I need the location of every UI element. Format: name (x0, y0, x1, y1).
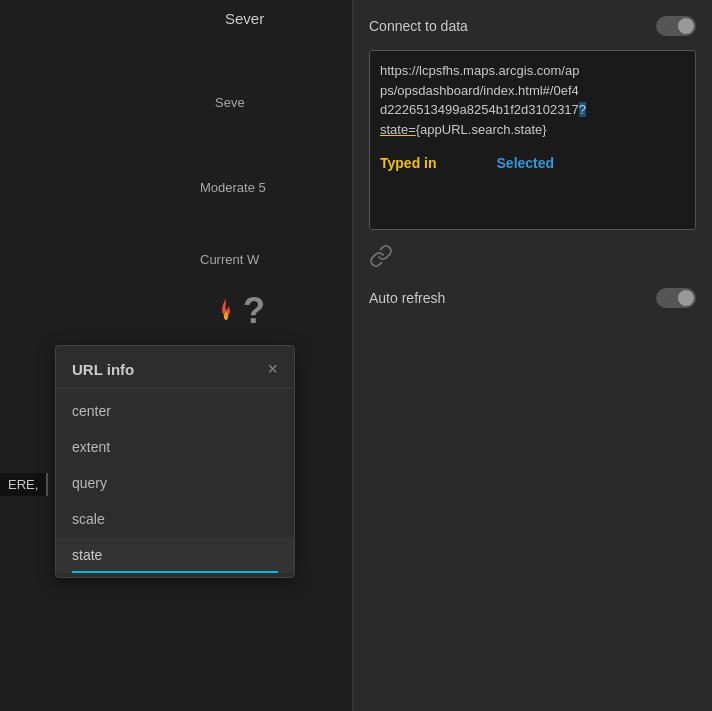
panel-header: Connect to data (369, 16, 696, 36)
auto-refresh-toggle-knob (678, 290, 694, 306)
url-curly-bracket: {appURL.search.state} (416, 122, 547, 137)
current-w-label: Current W (200, 252, 259, 267)
selected-label: Selected (497, 155, 555, 171)
auto-refresh-label: Auto refresh (369, 290, 445, 306)
right-panel: Connect to data https://lcpsfhs.maps.arc… (352, 0, 712, 711)
url-info-title: URL info (72, 361, 134, 378)
fire-icon (215, 297, 237, 325)
severity-label: Seve (215, 95, 245, 110)
connect-to-data-title: Connect to data (369, 18, 468, 34)
url-info-item-state[interactable]: state (56, 537, 294, 573)
url-info-header: URL info × (56, 346, 294, 389)
fire-icon-area: ? (215, 290, 265, 332)
toggle-knob (678, 18, 694, 34)
link-chain-icon (369, 244, 393, 268)
url-part1: https://lcpsfhs.maps.arcgis.com/ap (380, 63, 579, 78)
url-info-close-button[interactable]: × (267, 360, 278, 378)
url-part2: ps/opsdashboard/index.html#/0ef4 (380, 83, 579, 98)
url-info-item-query[interactable]: query (56, 465, 294, 501)
url-question-highlight: ? (579, 102, 586, 117)
url-info-item-center[interactable]: center (56, 393, 294, 429)
severity-header: Sever (225, 10, 264, 27)
url-part3: d2226513499a8254b1f2d3102317 (380, 102, 579, 117)
link-icon-row (369, 244, 696, 272)
url-info-popup: URL info × center extent query scale sta… (55, 345, 295, 578)
typed-in-label: Typed in (380, 155, 437, 171)
ere-label: ERE, (0, 473, 48, 496)
url-text: https://lcpsfhs.maps.arcgis.com/ap ps/op… (380, 61, 685, 139)
url-textarea-container[interactable]: https://lcpsfhs.maps.arcgis.com/ap ps/op… (369, 50, 696, 230)
url-state-underline: state= (380, 122, 416, 137)
moderate-label: Moderate 5 (200, 180, 266, 195)
auto-refresh-row: Auto refresh (369, 288, 696, 308)
url-info-list: center extent query scale state (56, 389, 294, 577)
auto-refresh-toggle[interactable] (656, 288, 696, 308)
connect-to-data-toggle[interactable] (656, 16, 696, 36)
question-mark: ? (243, 290, 265, 332)
url-info-item-scale[interactable]: scale (56, 501, 294, 537)
url-info-item-extent[interactable]: extent (56, 429, 294, 465)
